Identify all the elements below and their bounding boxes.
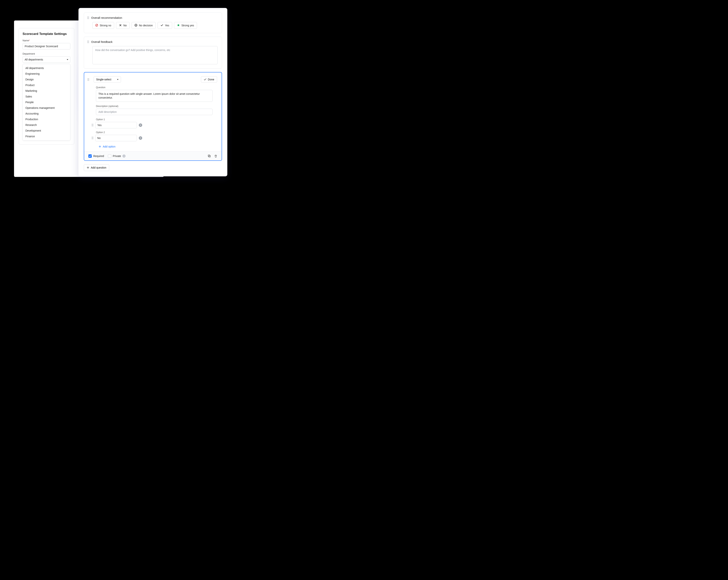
recommendation-card: Overall recommendation Strong noNoNo dec…: [84, 12, 222, 33]
private-label: Private: [113, 155, 121, 158]
drag-handle-icon[interactable]: [92, 124, 93, 126]
question-value: This is a required question with single …: [98, 93, 200, 99]
duplicate-icon[interactable]: [208, 154, 211, 158]
add-question-label: Add question: [91, 166, 106, 169]
recommendation-chip-strong-no[interactable]: Strong no: [92, 22, 114, 29]
svg-line-1: [96, 24, 98, 26]
required-label: Required: [93, 155, 104, 158]
builder-panel: Overall recommendation Strong noNoNo dec…: [78, 8, 227, 176]
add-question-button[interactable]: Add question: [84, 164, 109, 171]
checkbox-checked-icon: [88, 154, 92, 158]
department-selected: All departments: [25, 58, 43, 61]
star-icon: [177, 24, 180, 27]
done-button[interactable]: Done: [201, 76, 217, 83]
plus-icon: [87, 166, 89, 169]
drag-handle-icon[interactable]: [87, 41, 89, 43]
private-toggle[interactable]: Private i: [108, 154, 126, 158]
chip-label: Yes: [165, 24, 169, 27]
department-option[interactable]: Production: [23, 116, 70, 122]
recommendation-chip-yes[interactable]: Yes: [158, 22, 172, 29]
name-input-value: Product Designer Scorecard: [25, 45, 58, 48]
remove-option-icon[interactable]: ✕: [139, 136, 142, 140]
department-option[interactable]: Product: [23, 82, 70, 88]
department-option[interactable]: Accounting: [23, 111, 70, 116]
chip-label: Strong yes: [181, 24, 194, 27]
question-card: Single-select Done Question This is a re…: [84, 72, 222, 161]
option-label: Option 2: [96, 131, 212, 134]
drag-handle-icon[interactable]: [92, 137, 93, 139]
question-label: Question: [96, 86, 212, 89]
svg-rect-5: [208, 155, 210, 156]
description-placeholder: Add description: [98, 110, 117, 113]
option-value: No: [97, 136, 101, 139]
question-textarea[interactable]: This is a required question with single …: [96, 90, 212, 102]
feedback-placeholder: How did the conversation go? Add positiv…: [95, 49, 170, 52]
add-option-label: Add option: [103, 145, 115, 148]
name-input[interactable]: Product Designer Scorecard: [23, 43, 70, 50]
recommendation-title: Overall recommendation: [91, 16, 122, 19]
description-input[interactable]: Add description: [96, 109, 212, 115]
recommendation-chip-no-decision[interactable]: No decision: [132, 22, 156, 29]
department-option[interactable]: Design: [23, 77, 70, 82]
check-icon: [160, 24, 163, 27]
name-label: Name*: [23, 39, 70, 42]
add-option-button[interactable]: Add option: [96, 144, 115, 152]
question-type-select[interactable]: Single-select: [94, 76, 121, 83]
check-icon: [204, 78, 206, 81]
chip-label: No: [124, 24, 127, 27]
required-toggle[interactable]: Required: [88, 154, 104, 158]
department-option[interactable]: Finance: [23, 133, 70, 139]
department-select[interactable]: All departments: [23, 56, 70, 63]
close-icon: [119, 24, 122, 27]
department-option[interactable]: Development: [23, 128, 70, 133]
option-value: Yes: [97, 124, 102, 127]
minus-icon: [134, 24, 137, 27]
settings-panel: Scorecard Template Settings Name* Produc…: [19, 28, 74, 144]
checkbox-unchecked-icon: [108, 154, 111, 158]
department-option[interactable]: All departments: [23, 65, 70, 71]
settings-title: Scorecard Template Settings: [23, 32, 70, 36]
recommendation-chip-no[interactable]: No: [116, 22, 130, 29]
department-option[interactable]: Engineering: [23, 71, 70, 77]
caret-down-icon: [117, 79, 119, 80]
info-icon: i: [123, 155, 126, 158]
svg-rect-4: [209, 155, 210, 157]
feedback-card: Overall feedback How did the conversatio…: [84, 36, 222, 69]
question-type-label: Single-select: [96, 78, 111, 81]
question-footer: Required Private i: [84, 152, 222, 160]
department-label: Department: [23, 53, 70, 55]
department-option[interactable]: Marketing: [23, 88, 70, 94]
caret-down-icon: [67, 59, 68, 60]
trash-icon[interactable]: [214, 154, 217, 158]
department-option[interactable]: Research: [23, 122, 70, 128]
ban-icon: [95, 24, 98, 27]
plus-icon: [99, 145, 101, 148]
description-label: Description (optional): [96, 105, 212, 107]
remove-option-icon[interactable]: ✕: [139, 124, 142, 127]
drag-handle-icon[interactable]: [87, 17, 89, 19]
department-dropdown: All departmentsEngineeringDesignProductM…: [23, 64, 70, 140]
feedback-textarea[interactable]: How did the conversation go? Add positiv…: [92, 46, 218, 64]
option-input[interactable]: No: [95, 135, 137, 141]
recommendation-chip-strong-yes[interactable]: Strong yes: [174, 22, 197, 29]
done-button-label: Done: [208, 78, 214, 81]
feedback-title: Overall feedback: [91, 40, 113, 44]
chip-label: No decision: [139, 24, 153, 27]
option-input[interactable]: Yes: [95, 122, 137, 128]
department-option[interactable]: Sales: [23, 94, 70, 99]
chip-label: Strong no: [100, 24, 111, 27]
drag-handle-icon[interactable]: [87, 78, 89, 81]
department-option[interactable]: People: [23, 99, 70, 105]
option-label: Option 1: [96, 118, 212, 121]
department-option[interactable]: Operations management: [23, 105, 70, 111]
